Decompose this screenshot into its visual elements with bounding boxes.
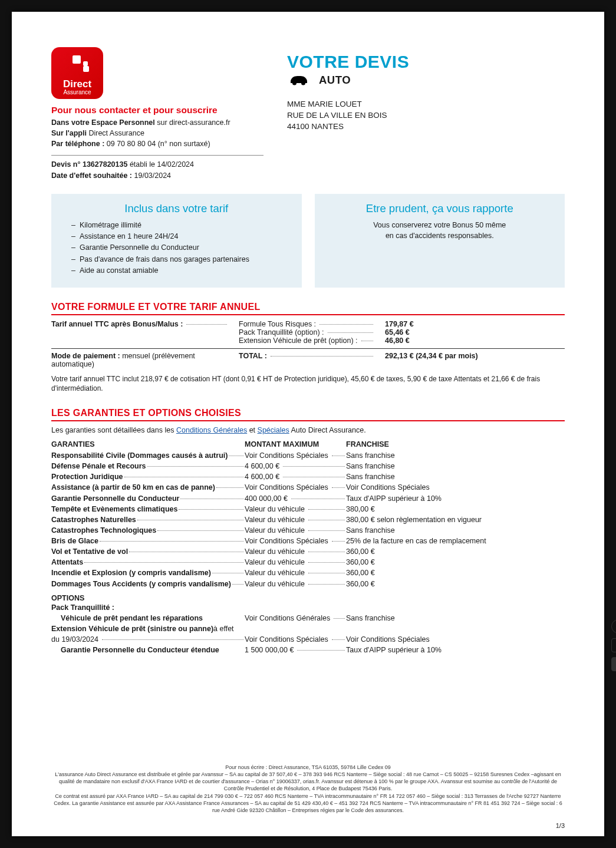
formula-section: VOTRE FORMULE ET VOTRE TARIF ANNUEL Tari…	[51, 302, 565, 394]
cert-icons: ♻ ▱ ⎙	[611, 619, 616, 671]
cert-icon: ⎙	[611, 657, 616, 671]
guarantee-row: AttentatsValeur du véhicule360,00 €	[51, 557, 565, 567]
bonus-box: Etre prudent, ça vous rapporte Vous cons…	[315, 194, 565, 288]
product-label: AUTO	[319, 74, 351, 87]
guarantee-row: Dommages Tous Accidents (y compris vanda…	[51, 579, 565, 589]
recycle-icon: ♻	[611, 619, 616, 633]
document-page: Direct Assurance Pour nous contacter et …	[12, 12, 604, 836]
guarantee-row: Protection Juridique4 600,00 €Sans franc…	[51, 471, 565, 482]
page-number: 1/3	[556, 822, 565, 829]
quote-meta: Devis n° 13627820135 établi le 14/02/202…	[51, 155, 263, 180]
guarantee-row: Assistance (à partir de 50 km en cas de …	[51, 482, 565, 493]
paper-icon: ▱	[611, 638, 616, 652]
recipient-address: MME MARIE LOUET RUE DE LA VILLE EN BOIS …	[287, 99, 565, 133]
conditions-speciales-link[interactable]: Spéciales	[258, 426, 289, 434]
contact-heading: Pour nous contacter et pour souscrire	[51, 105, 263, 116]
guarantee-row: Responsabilité Civile (Dommages causés à…	[51, 450, 565, 461]
car-icon	[287, 73, 311, 87]
guarantee-row: Garantie Personnelle du Conducteur400 00…	[51, 493, 565, 504]
included-box: Inclus dans votre tarif Kilométrage illi…	[51, 194, 302, 288]
guarantee-row: Bris de GlaceVoir Conditions Spéciales25…	[51, 536, 565, 546]
guarantee-row: Tempête et Evènements climatiquesValeur …	[51, 504, 565, 514]
guarantee-row: Catastrophes TechnologiquesValeur du véh…	[51, 525, 565, 536]
footer-legal: Pour nous écrire : Direct Assurance, TSA…	[51, 764, 565, 814]
guarantee-row: Défense Pénale et Recours4 600,00 €Sans …	[51, 461, 565, 471]
conditions-generales-link[interactable]: Conditions Générales	[176, 426, 247, 434]
brand-logo: Direct Assurance	[51, 47, 103, 99]
guarantee-row: Catastrophes NaturellesValeur du véhicul…	[51, 514, 565, 525]
contact-info: Dans votre Espace Personnel sur direct-a…	[51, 117, 263, 149]
guarantees-section: LES GARANTIES ET OPTIONS CHOISIES Les ga…	[51, 408, 565, 655]
guarantee-row: Vol et Tentative de volValeur du véhicul…	[51, 546, 565, 557]
guarantee-row: Incendie et Explosion (y compris vandali…	[51, 567, 565, 578]
page-title: VOTRE DEVIS	[287, 52, 565, 72]
